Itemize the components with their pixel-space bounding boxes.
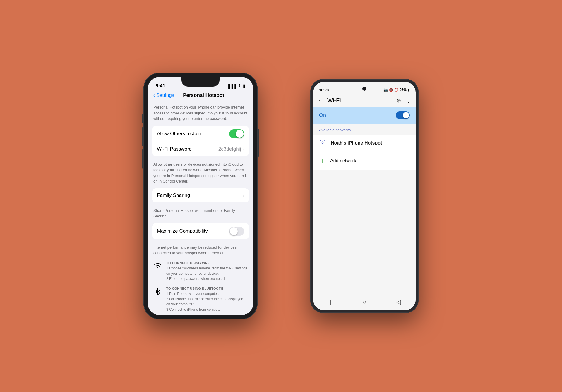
bt-step-2: 2 On iPhone, tap Pair or enter the code … — [166, 296, 248, 307]
android-content: On Available networks Noa — [313, 107, 416, 295]
add-network-row[interactable]: ＋ Add network — [313, 152, 416, 170]
family-sharing-note: Share Personal Hotspot with members of F… — [148, 204, 253, 221]
bt-connect-heading: TO CONNECT USING BLUETOOTH — [166, 287, 248, 290]
bluetooth-instructions: TO CONNECT USING BLUETOOTH 1 Pair iPhone… — [153, 287, 248, 312]
wifi-instruction-icon — [153, 262, 162, 271]
chevron-right-icon: › — [243, 147, 244, 152]
iphone-content: Personal Hotspot on your iPhone can prov… — [148, 101, 253, 315]
android-camera — [362, 87, 366, 91]
back-label: Settings — [156, 92, 174, 98]
android-battery-label: 95% — [400, 88, 407, 92]
android-camera-icon: 📷 — [383, 88, 388, 92]
toggle-thumb-max — [230, 227, 238, 235]
android-page-title: Wi-Fi — [327, 97, 393, 104]
bluetooth-instruction-icon — [153, 287, 162, 298]
iphone-page-title: Personal Hotspot — [174, 92, 233, 98]
add-network-label: Add network — [330, 158, 356, 164]
android-alarm-icon: ⏰ — [394, 88, 398, 92]
android-toggle-thumb — [403, 112, 409, 118]
android-home-button[interactable]: ○ — [363, 299, 366, 305]
maximize-card: Maximize Compatibility — [152, 223, 249, 239]
android-mute-icon: 🔇 — [389, 88, 393, 92]
bt-step-1: 1 Pair iPhone with your computer. — [166, 291, 248, 296]
android-screen: 16:23 📷 🔇 ⏰ 95% ▮ ← Wi-Fi ⊕ ⋮ — [313, 82, 416, 310]
iphone-nav-bar: ‹ Settings Personal Hotspot — [148, 91, 253, 101]
wifi-password-row[interactable]: Wi-Fi Password 2c3defghij › — [152, 142, 249, 156]
maximize-row: Maximize Compatibility — [152, 223, 249, 239]
family-sharing-card: Family Sharing › — [152, 188, 249, 202]
family-sharing-chevron-icon: › — [243, 193, 244, 198]
iphone-status-icons: ▐▐▐ ⇡ ▮ — [227, 83, 245, 89]
android-device: 16:23 📷 🔇 ⏰ 95% ▮ ← Wi-Fi ⊕ ⋮ — [310, 79, 419, 313]
maximize-toggle[interactable] — [229, 227, 244, 236]
network-wifi-icon — [319, 139, 326, 147]
allow-others-toggle[interactable] — [229, 129, 244, 138]
iphone-sharing-note: Allow other users or devices not signed … — [148, 158, 253, 187]
android-wifi-settings-icon[interactable]: ⊕ — [397, 97, 401, 104]
wifi-icon: ⇡ — [238, 83, 241, 89]
iphone-screen: 9:41 ▐▐▐ ⇡ ▮ ‹ Settings Personal Hotspot… — [148, 77, 253, 315]
android-recents-button[interactable]: ||| — [328, 299, 333, 305]
chevron-left-icon: ‹ — [153, 92, 155, 98]
wifi-on-label: On — [319, 112, 326, 118]
maximize-label: Maximize Compatibility — [157, 228, 229, 234]
iphone-time: 9:41 — [156, 83, 165, 89]
android-back-button[interactable]: ← — [318, 97, 324, 104]
available-networks-header: Available networks — [313, 124, 416, 135]
wifi-step-1: 1 Choose "Michael's iPhone" from the Wi-… — [166, 266, 248, 276]
wifi-instructions: TO CONNECT USING WI-FI 1 Choose "Michael… — [153, 261, 248, 281]
bt-step-3: 3 Connect to iPhone from computer. — [166, 307, 248, 312]
family-sharing-row[interactable]: Family Sharing › — [152, 188, 249, 202]
iphone-device: 9:41 ▐▐▐ ⇡ ▮ ‹ Settings Personal Hotspot… — [143, 73, 258, 319]
maximize-note: Internet performance may be reduced for … — [148, 241, 253, 258]
android-back-nav-button[interactable]: ◁ — [396, 298, 401, 305]
iphone-instructions: TO CONNECT USING WI-FI 1 Choose "Michael… — [148, 258, 253, 316]
android-bottom-nav: ||| ○ ◁ — [313, 295, 416, 310]
wifi-toggle[interactable] — [396, 111, 410, 119]
android-time: 16:23 — [319, 88, 329, 92]
android-battery-icon: ▮ — [408, 88, 410, 92]
battery-icon: ▮ — [243, 83, 245, 89]
android-more-icon[interactable]: ⋮ — [406, 97, 411, 104]
iphone-notch — [181, 77, 220, 87]
iphone-description: Personal Hotspot on your iPhone can prov… — [148, 101, 253, 124]
iphone-back-button[interactable]: ‹ Settings — [153, 92, 174, 98]
network-name-0: Noah's iPhone Hotspot — [331, 140, 382, 146]
family-sharing-label: Family Sharing — [157, 192, 243, 198]
wifi-password-label: Wi-Fi Password — [157, 146, 218, 152]
signal-icon: ▐▐▐ — [227, 84, 236, 89]
android-nav-bar: ← Wi-Fi ⊕ ⋮ — [313, 95, 416, 107]
add-network-icon: ＋ — [319, 157, 325, 165]
wifi-password-value: 2c3defghij — [218, 146, 241, 152]
wifi-step-2: 2 Enter the password when prompted. — [166, 276, 248, 281]
scene: 9:41 ▐▐▐ ⇡ ▮ ‹ Settings Personal Hotspot… — [0, 0, 562, 392]
allow-others-label: Allow Others to Join — [157, 131, 229, 137]
wifi-connect-heading: TO CONNECT USING WI-FI — [166, 261, 248, 265]
network-row-0[interactable]: Noah's iPhone Hotspot — [313, 135, 416, 152]
android-nav-icons: ⊕ ⋮ — [397, 97, 411, 104]
allow-others-row: Allow Others to Join — [152, 126, 249, 142]
wifi-on-row[interactable]: On — [313, 107, 416, 124]
android-status-icons: 📷 🔇 ⏰ 95% ▮ — [383, 88, 410, 92]
iphone-settings-card: Allow Others to Join Wi-Fi Password 2c3d… — [152, 126, 249, 156]
toggle-thumb — [236, 130, 244, 138]
